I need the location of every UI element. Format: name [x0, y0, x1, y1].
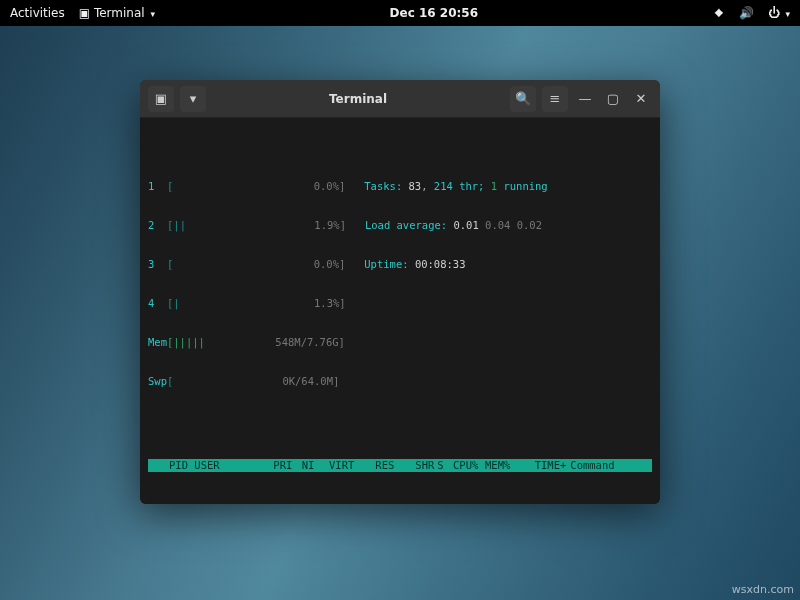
- tab-dropdown-button[interactable]: ▾: [180, 86, 206, 112]
- meters-block: 1 [0.0%] Tasks: 83, 214 thr; 1 running 2…: [148, 154, 652, 414]
- volume-icon[interactable]: 🔊: [739, 6, 754, 20]
- new-tab-button[interactable]: ▣: [148, 86, 174, 112]
- close-button[interactable]: ✕: [630, 88, 652, 110]
- network-icon[interactable]: ⯁: [713, 6, 725, 20]
- process-header[interactable]: PID USERPRINIVIRTRESSHRSCPU%MEM%TIME+Com…: [148, 459, 652, 472]
- watermark: wsxdn.com: [732, 583, 794, 596]
- window-title: Terminal: [212, 92, 504, 106]
- clock[interactable]: Dec 16 20:56: [155, 6, 713, 20]
- minimize-button[interactable]: —: [574, 88, 596, 110]
- search-button[interactable]: 🔍: [510, 86, 536, 112]
- terminal-window: ▣ ▾ Terminal 🔍 ≡ — ▢ ✕ 1 [0.0%] Tasks: 8…: [140, 80, 660, 504]
- app-menu[interactable]: ▣ Terminal ▾: [79, 6, 155, 20]
- gnome-topbar: Activities ▣ Terminal ▾ Dec 16 20:56 ⯁ 🔊…: [0, 0, 800, 26]
- activities-button[interactable]: Activities: [10, 6, 65, 20]
- app-menu-label: Terminal: [94, 6, 145, 20]
- maximize-button[interactable]: ▢: [602, 88, 624, 110]
- power-icon[interactable]: ⏻ ▾: [768, 6, 790, 20]
- terminal-content[interactable]: 1 [0.0%] Tasks: 83, 214 thr; 1 running 2…: [140, 118, 660, 504]
- chevron-down-icon: ▾: [785, 9, 790, 19]
- menu-button[interactable]: ≡: [542, 86, 568, 112]
- titlebar: ▣ ▾ Terminal 🔍 ≡ — ▢ ✕: [140, 80, 660, 118]
